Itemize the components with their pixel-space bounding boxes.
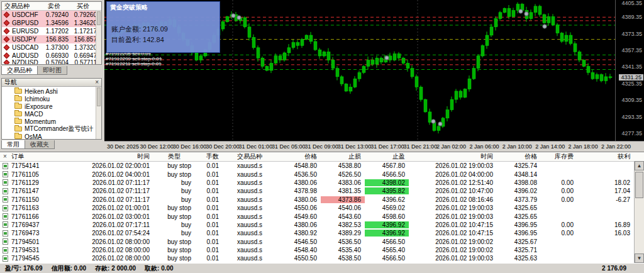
order-row[interactable]: 717694372026.01.02 07:17:11buy0.01xauusd… xyxy=(0,221,644,229)
open-time: 2026.01.02 07:11:17 xyxy=(48,179,153,186)
order-row[interactable]: 717945012026.01.02 08:00:00buy stop0.01x… xyxy=(0,238,644,246)
navigator-item[interactable]: Heiken Ashi xyxy=(2,87,101,95)
order-row[interactable]: 717611292026.01.02 07:11:17buy0.01xauusd… xyxy=(0,179,644,187)
orders-column-header[interactable]: 订单 xyxy=(10,152,48,161)
market-watch-row[interactable]: GBPUSD1.345961.34620 xyxy=(2,19,101,27)
orders-column-header[interactable]: 价格 xyxy=(277,152,321,161)
ask-price: 0.79260 xyxy=(69,11,99,18)
navigator-item[interactable]: iExposure xyxy=(2,103,101,110)
current-price-tag: 4331.25 xyxy=(619,74,643,81)
status-segment: 盈/亏: 176.09 xyxy=(5,264,42,273)
time-axis-label: 2 Jan 22:00 xyxy=(601,143,631,150)
navigator-scrollbar[interactable] xyxy=(96,87,101,139)
market-watch-scrollbar[interactable] xyxy=(96,11,101,64)
time-axis-label: 2 Jan 02:00 xyxy=(436,143,466,150)
time-axis-label: 31 Dec 09:00 xyxy=(304,143,338,150)
symbol: xauusd.s xyxy=(223,162,277,169)
terminal-close-button[interactable]: × xyxy=(3,153,7,160)
close-time: 2026.01.02 19:00:02 xyxy=(409,247,497,254)
scrollbar-thumb[interactable] xyxy=(635,172,643,198)
order-type: buy stop xyxy=(153,171,195,178)
close-price: 4325.65 xyxy=(497,204,541,211)
take-profit: 4395.82 xyxy=(365,187,409,194)
order-row[interactable]: 717694732026.01.02 07:54:24buy0.01xauusd… xyxy=(0,229,644,237)
order-type: buy xyxy=(153,179,195,186)
status-segment: 信用额: 0.00 xyxy=(51,264,86,273)
ea-info-line: 目前盈利: 142.84 xyxy=(107,35,219,45)
swap: 0.00 xyxy=(541,221,577,228)
order-row[interactable]: 717945312026.01.02 08:00:00buy stop0.01x… xyxy=(0,246,644,254)
time-axis-label: 31 Dec 05:00 xyxy=(272,143,306,150)
stop-loss: 4389.29 xyxy=(321,230,365,237)
orders-column-header[interactable]: 手数 xyxy=(195,152,223,161)
order-row[interactable]: 717945452026.01.02 08:00:00buy stop0.01x… xyxy=(0,254,644,262)
orders-column-header[interactable]: 时间 xyxy=(409,152,497,161)
orders-table-rows: 717541412026.01.02 02:00:01buy stop0.01x… xyxy=(0,162,644,263)
order-row[interactable]: 717541412026.01.02 02:00:01buy stop0.01x… xyxy=(0,162,644,170)
order-row[interactable]: 717611502026.01.02 07:11:17buy0.01xauusd… xyxy=(0,196,644,204)
close-time: 2026.01.02 12:51:40 xyxy=(409,179,497,186)
market-watch-row[interactable]: USDCHF0.792400.79260 xyxy=(2,11,101,19)
scroll-up-icon[interactable]: ▲ xyxy=(635,161,644,170)
order-row[interactable]: 717611662026.01.02 03:00:01buy stop0.01x… xyxy=(0,212,644,220)
orders-column-header[interactable]: 止盈 xyxy=(365,152,409,161)
orders-column-header[interactable]: 交易品种 xyxy=(223,152,277,161)
price-axis[interactable]: 4405.354389.354373.354357.354341.354325.… xyxy=(615,0,644,141)
orders-column-header[interactable]: 类型 xyxy=(153,152,195,161)
symbol-trend-icon xyxy=(4,60,10,65)
navigator-item[interactable]: Ichimoku xyxy=(2,95,101,103)
order-doc-icon xyxy=(3,205,8,211)
navigator-item[interactable]: MTCommander盈亏统计 xyxy=(2,125,101,133)
orders-column-header[interactable]: 止损 xyxy=(321,152,365,161)
market-watch-row[interactable]: AUDUSD0.669300.66947 xyxy=(2,52,101,60)
status-bar: 盈/亏: 176.09信用额: 0.00存款: 2 000.00取款: 0.00… xyxy=(0,263,644,273)
market-watch-row[interactable]: USDCAD1.373001.37320 xyxy=(2,43,101,52)
order-type: buy xyxy=(153,196,195,203)
price-chart[interactable]: #71912205 sell 0.01#71912209 sell stop 0… xyxy=(104,0,615,141)
open-time: 2026.01.02 08:00:00 xyxy=(48,238,153,245)
time-axis-label: 2 Jan 10:00 xyxy=(502,143,532,150)
order-row[interactable]: 717611472026.01.02 07:11:17buy0.01xauusd… xyxy=(0,187,644,195)
order-row[interactable]: 717611632026.01.02 01:00:01buy stop0.01x… xyxy=(0,204,644,212)
folder-icon xyxy=(14,126,22,131)
orders-column-header[interactable]: 价格 xyxy=(497,152,541,161)
orders-column-header[interactable]: 库存费 xyxy=(541,152,577,161)
price-axis-tick: 4373.35 xyxy=(621,31,642,37)
close-icon[interactable]: × xyxy=(95,79,99,86)
take-profit: 4598.60 xyxy=(365,213,409,220)
market-watch-tab[interactable]: 交易品种 xyxy=(1,66,38,75)
order-id: 71769437 xyxy=(10,221,48,228)
open-time: 2026.01.02 07:11:17 xyxy=(48,196,153,203)
scroll-down-icon[interactable]: ▼ xyxy=(635,254,644,263)
navigator-item[interactable]: MACD xyxy=(2,110,101,118)
scrollbar-thumb[interactable] xyxy=(97,87,101,106)
market-watch-row[interactable]: USDJPY156.835156.857 xyxy=(2,35,101,43)
close-price: 4396.95 xyxy=(497,230,541,237)
scrollbar-thumb[interactable] xyxy=(97,11,101,25)
ea-info-box: 黄金突破策略 账户金额: 2176.09目前盈利: 142.84 xyxy=(106,1,220,53)
order-row[interactable]: 717611052026.01.02 04:00:01buy stop0.01x… xyxy=(0,170,644,178)
navigator-tab[interactable]: 常用 xyxy=(1,140,25,149)
order-doc-icon xyxy=(3,213,8,220)
time-axis-label: 30 Dec 20:00 xyxy=(206,143,240,150)
market-watch-tab[interactable]: 即时图 xyxy=(37,66,67,75)
navigator-item[interactable]: OsMA xyxy=(2,133,101,140)
orders-column-header[interactable]: 时间 xyxy=(48,152,153,161)
navigator-item-label: MTCommander盈亏统计 xyxy=(25,125,93,133)
symbol: xauusd.s xyxy=(223,171,277,178)
order-type: buy stop xyxy=(153,247,195,254)
order-doc-icon xyxy=(3,188,8,194)
symbol-name: USDJPY xyxy=(12,36,40,43)
order-doc-icon xyxy=(3,255,8,262)
market-watch-row[interactable]: EURUSD1.172021.17217 xyxy=(2,27,101,35)
terminal-scrollbar[interactable]: ▲ ▼ xyxy=(634,161,644,263)
folder-icon xyxy=(14,89,22,94)
open-price: 4550.06 xyxy=(277,204,321,211)
time-axis[interactable]: 30 Dec 202530 Dec 12:0030 Dec 16:0030 De… xyxy=(104,141,644,152)
ask-price: 0.57711 xyxy=(69,60,99,65)
order-type: buy stop xyxy=(153,238,195,245)
order-doc-icon xyxy=(3,196,8,203)
market-watch-row[interactable]: NZDUSD0.576040.57711 xyxy=(2,60,101,65)
orders-column-header[interactable]: 获利 xyxy=(577,152,634,161)
navigator-tab[interactable]: 收藏夹 xyxy=(25,140,55,149)
